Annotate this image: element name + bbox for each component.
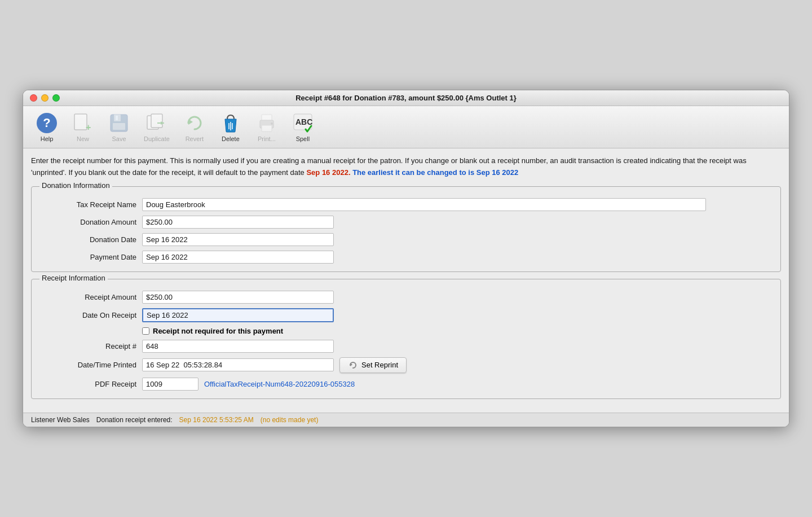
donation-amount-label: Donation Amount xyxy=(41,218,142,226)
donation-amount-input[interactable] xyxy=(142,216,334,229)
payment-date-input[interactable] xyxy=(142,251,334,264)
close-button[interactable] xyxy=(30,94,37,102)
duplicate-button[interactable]: Duplicate xyxy=(138,109,175,144)
receipt-form: Receipt Amount Date On Receipt Receipt n… xyxy=(41,291,771,391)
info-date-red: Sep 16 2022. xyxy=(306,168,350,177)
help-button[interactable]: ? Help xyxy=(30,109,64,144)
svg-text:+: + xyxy=(86,122,91,132)
new-button[interactable]: + New xyxy=(66,109,100,144)
content-area: Enter the receipt number for this paymen… xyxy=(23,148,789,412)
receipt-num-input[interactable] xyxy=(142,340,334,353)
receipt-section-title: Receipt Information xyxy=(39,274,108,282)
receipt-not-required-label: Receipt not required for this payment xyxy=(153,327,283,335)
datetime-printed-row: Set Reprint xyxy=(142,357,771,373)
info-earliest-text: The earliest it can be changed to is Sep… xyxy=(352,168,518,177)
set-reprint-label: Set Reprint xyxy=(361,361,398,369)
traffic-lights xyxy=(30,94,60,102)
spell-button[interactable]: ABC Spell xyxy=(286,109,320,144)
tax-receipt-name-input[interactable] xyxy=(142,198,706,211)
svg-point-17 xyxy=(271,122,273,125)
delete-icon xyxy=(219,112,242,134)
pdf-receipt-link[interactable]: OfficialTaxReceipt-Num648-20220916-05532… xyxy=(204,380,355,388)
donation-form: Tax Receipt Name Donation Amount Donatio… xyxy=(41,198,771,264)
save-button[interactable]: Save xyxy=(102,109,136,144)
svg-rect-5 xyxy=(116,116,118,120)
svg-marker-10 xyxy=(188,119,193,125)
donation-section-title: Donation Information xyxy=(39,181,112,190)
revert-button[interactable]: Revert xyxy=(178,109,211,144)
info-text: Enter the receipt number for this paymen… xyxy=(31,155,781,178)
toolbar: ? Help + New S xyxy=(23,106,789,148)
svg-rect-16 xyxy=(262,125,272,132)
delete-button[interactable]: Delete xyxy=(214,109,248,144)
datetime-printed-label: Date/Time Printed xyxy=(41,361,142,369)
svg-text:ABC: ABC xyxy=(295,117,312,126)
save-icon xyxy=(108,112,130,134)
reprint-icon xyxy=(348,360,358,370)
payment-date-label: Payment Date xyxy=(41,253,142,261)
minimize-button[interactable] xyxy=(41,94,48,102)
duplicate-icon xyxy=(145,112,168,134)
spell-icon: ABC xyxy=(292,112,314,134)
datetime-printed-input[interactable] xyxy=(142,358,334,371)
receipt-num-label: Receipt # xyxy=(41,342,142,350)
svg-rect-4 xyxy=(113,123,125,130)
title-bar: Receipt #648 for Donation #783, amount $… xyxy=(23,90,789,106)
donation-date-label: Donation Date xyxy=(41,235,142,244)
maximize-button[interactable] xyxy=(52,94,60,102)
main-window: Receipt #648 for Donation #783, amount $… xyxy=(23,90,789,427)
svg-rect-0 xyxy=(74,114,87,130)
receipt-not-required-checkbox[interactable] xyxy=(142,327,149,335)
status-bar: Listener Web Sales Donation receipt ente… xyxy=(23,413,789,427)
set-reprint-button[interactable]: Set Reprint xyxy=(339,357,407,373)
pdf-receipt-row: OfficialTaxReceipt-Num648-20220916-05532… xyxy=(142,378,771,391)
no-edits-label: (no edits made yet) xyxy=(261,416,319,424)
status-label: Donation receipt entered: xyxy=(96,416,173,424)
help-icon: ? xyxy=(36,112,58,134)
date-on-receipt-label: Date On Receipt xyxy=(41,311,142,319)
receipt-amount-input[interactable] xyxy=(142,291,334,304)
pdf-receipt-label: PDF Receipt xyxy=(41,380,142,388)
status-date: Sep 16 2022 5:53:25 AM xyxy=(179,416,254,424)
new-icon: + xyxy=(72,112,94,134)
date-on-receipt-input[interactable] xyxy=(142,308,334,322)
donation-date-input[interactable] xyxy=(142,233,334,246)
receipt-not-required-row: Receipt not required for this payment xyxy=(142,327,771,335)
receipt-section: Receipt Information Receipt Amount Date … xyxy=(31,279,781,399)
print-button[interactable]: Print... xyxy=(250,109,284,144)
window-title: Receipt #648 for Donation #783, amount $… xyxy=(295,94,517,102)
pdf-receipt-input[interactable] xyxy=(142,378,198,391)
receipt-amount-label: Receipt Amount xyxy=(41,293,142,301)
revert-icon xyxy=(183,112,206,134)
svg-rect-7 xyxy=(151,114,162,128)
org-name: Listener Web Sales xyxy=(31,416,90,424)
donation-section: Donation Information Tax Receipt Name Do… xyxy=(31,186,781,272)
tax-receipt-name-label: Tax Receipt Name xyxy=(41,200,142,209)
print-icon xyxy=(255,112,278,134)
